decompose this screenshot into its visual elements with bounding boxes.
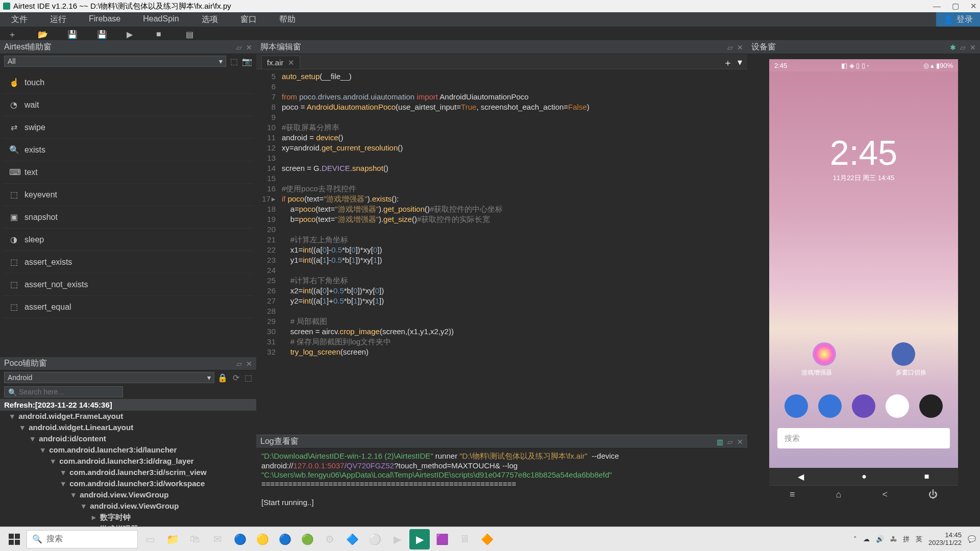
start-button[interactable] — [4, 529, 24, 549]
minimize-button[interactable]: — — [933, 2, 941, 11]
app-icon-3[interactable]: 🔷 — [342, 529, 362, 549]
tray-network-icon[interactable]: 🖧 — [890, 535, 897, 543]
poco-mode-select[interactable]: Android ▾ — [4, 372, 214, 383]
refresh-icon[interactable]: ⟳ — [233, 373, 239, 383]
airtest-icon[interactable]: ▶ — [409, 529, 430, 549]
assist-item-touch[interactable]: ☝touch — [3, 71, 253, 94]
assist-close-icon[interactable]: ✕ — [246, 43, 252, 52]
assist-item-assert_equal[interactable]: ⬚assert_equal — [3, 296, 253, 318]
dev-power-icon[interactable]: ⏻ — [928, 489, 938, 500]
explorer-icon[interactable]: 📁 — [162, 529, 183, 549]
tab-close-icon[interactable]: ✕ — [288, 58, 295, 67]
dev-menu-icon[interactable]: ≡ — [790, 489, 795, 500]
app-icon-8[interactable]: 🔶 — [477, 529, 497, 549]
app-icon-1[interactable]: 🔵 — [230, 529, 250, 549]
tab-overflow-icon[interactable]: ▾ — [738, 57, 742, 69]
assist-item-swipe[interactable]: ⇄swipe — [3, 116, 253, 139]
menu-run[interactable]: 运行 — [39, 14, 78, 25]
app-icon-4[interactable]: ⚪ — [364, 529, 385, 549]
tree-node[interactable]: ▸ 数字时钟 — [0, 512, 256, 523]
nav-recents-icon[interactable]: ■ — [924, 472, 929, 481]
nav-back-icon[interactable]: ◀ — [798, 472, 804, 482]
notification-icon[interactable]: 💬 — [968, 535, 976, 543]
tree-node[interactable]: ▾ android.view.ViewGroup — [0, 489, 256, 500]
app-icon-7[interactable]: 🖥 — [454, 529, 475, 549]
taskbar-search[interactable]: 🔍 搜索 — [27, 530, 138, 548]
lock-icon[interactable]: 🔒 — [217, 373, 228, 383]
nav-home-icon[interactable]: ● — [862, 472, 867, 481]
device-tool-icon[interactable]: ✱ — [950, 43, 956, 52]
tree-node[interactable]: ▾ android.widget.FrameLayout — [0, 411, 256, 422]
tree-node[interactable]: ▾ com.android.launcher3:id/workspace — [0, 478, 256, 489]
poco-float-icon[interactable]: ▱ — [236, 360, 242, 368]
dock-photos-icon[interactable] — [886, 394, 909, 418]
assist-filter-select[interactable]: All ▾ — [4, 56, 226, 67]
dock-messages-icon[interactable] — [818, 394, 842, 418]
mail-icon[interactable]: ✉ — [207, 529, 228, 549]
poco-search-input[interactable] — [4, 386, 123, 397]
log-close-icon[interactable]: ✕ — [737, 438, 743, 446]
maximize-button[interactable]: ▢ — [952, 2, 959, 11]
close-button[interactable]: ✕ — [970, 2, 977, 11]
dock-camera-icon[interactable] — [919, 394, 943, 418]
taskview-icon[interactable]: ▭ — [140, 529, 160, 549]
tray-chevron-icon[interactable]: ˄ — [853, 535, 857, 543]
log-float-icon[interactable]: ▱ — [727, 438, 733, 446]
editor-float-icon[interactable]: ▱ — [727, 43, 733, 52]
poco-tree[interactable]: ▾ android.widget.FrameLayout▾ android.wi… — [0, 411, 256, 527]
save-all-icon[interactable]: 💾 — [97, 30, 105, 38]
dock-contacts-icon[interactable] — [852, 394, 875, 418]
ime-indicator-2[interactable]: 英 — [916, 535, 922, 544]
tray-volume-icon[interactable]: 🔊 — [876, 535, 884, 543]
save-icon[interactable]: 💾 — [67, 30, 76, 38]
assist-item-assert_not_exists[interactable]: ⬚assert_not_exists — [3, 273, 253, 296]
tray-cloud-icon[interactable]: ☁ — [863, 535, 870, 543]
dock-phone-icon[interactable] — [785, 394, 808, 418]
tree-node[interactable]: ▾ com.android.launcher3:id/drag_layer — [0, 456, 256, 467]
wechat-icon[interactable]: 🟢 — [297, 529, 317, 549]
assist-item-keyevent[interactable]: ⬚keyevent — [3, 184, 253, 206]
phone-search-bar[interactable]: 搜索 — [777, 428, 950, 448]
login-button[interactable]: 👤 登录 — [936, 12, 980, 27]
log-filter-icon[interactable]: ▥ — [717, 438, 723, 446]
menu-options[interactable]: 选项 — [190, 14, 229, 25]
report-icon[interactable]: ▤ — [186, 30, 194, 38]
app-icon-2[interactable]: ⚙ — [320, 529, 340, 549]
menu-file[interactable]: 文件 — [0, 14, 39, 25]
app-game-booster[interactable] — [813, 342, 836, 366]
open-icon[interactable]: 📂 — [38, 30, 46, 38]
assist-float-icon[interactable]: ▱ — [236, 43, 242, 52]
taskbar-clock[interactable]: 14:45 2023/11/22 — [928, 532, 962, 546]
camera-icon[interactable]: 📷 — [242, 57, 252, 66]
device-float-icon[interactable]: ▱ — [960, 43, 966, 52]
app-multiwindow[interactable] — [892, 342, 915, 366]
assist-item-assert_exists[interactable]: ⬚assert_exists — [3, 251, 253, 273]
new-icon[interactable]: ＋ — [8, 30, 16, 38]
editor-close-icon[interactable]: ✕ — [737, 43, 743, 52]
edge-icon[interactable]: 🔵 — [275, 529, 295, 549]
phone-mirror[interactable]: 2:45 ◧ ◈ ▯ ▯ ◦ ◎ ▴ ▮90% 2:45 11月22日 周三 1… — [769, 59, 958, 504]
assist-item-sleep[interactable]: ◑sleep — [3, 229, 253, 251]
code-editor[interactable]: 5auto_setup(__file__)67from poco.drivers… — [256, 69, 747, 435]
tree-node[interactable]: ▾ android.view.ViewGroup — [0, 500, 256, 512]
poco-close-icon[interactable]: ✕ — [246, 360, 252, 368]
app-icon-5[interactable]: ▶ — [387, 529, 407, 549]
tree-node[interactable]: ▾ com.android.launcher3:id/scrim_view — [0, 467, 256, 478]
ime-indicator-1[interactable]: 拼 — [903, 535, 910, 544]
menu-firebase[interactable]: Firebase — [78, 14, 132, 25]
chrome-icon[interactable]: 🟡 — [252, 529, 273, 549]
assist-item-snapshot[interactable]: ▣snapshot — [3, 206, 253, 229]
tree-node[interactable]: 游戏增强器 — [0, 523, 256, 527]
editor-tab[interactable]: fx.air ✕ — [261, 56, 300, 69]
menu-help[interactable]: 帮助 — [268, 14, 307, 25]
tree-node[interactable]: ▾ com.android.launcher3:id/launcher — [0, 444, 256, 456]
dev-back-icon[interactable]: < — [882, 489, 888, 500]
assist-item-wait[interactable]: ◔wait — [3, 94, 253, 116]
select-tool-icon[interactable]: ⬚ — [230, 57, 238, 66]
device-close-icon[interactable]: ✕ — [970, 43, 976, 52]
new-tab-icon[interactable]: ＋ — [723, 57, 732, 69]
inspect-icon[interactable]: ⬚ — [244, 373, 252, 383]
phone-home-screen[interactable]: 2:45 11月22日 周三 14:45 游戏增强器 多窗口切换 — [769, 71, 958, 468]
tree-node[interactable]: ▾ android:id/content — [0, 433, 256, 444]
stop-icon[interactable]: ■ — [156, 30, 164, 38]
